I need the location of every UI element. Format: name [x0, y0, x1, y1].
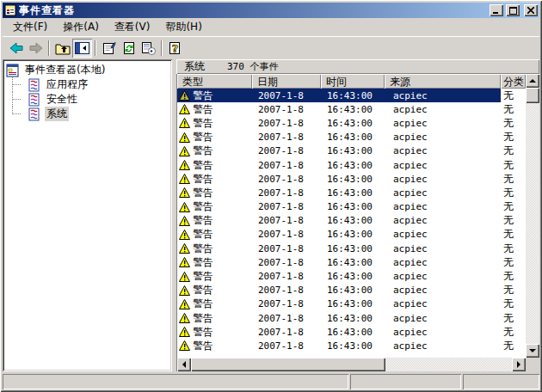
cell-type-label: 警告	[193, 228, 213, 242]
cell-category: 无	[501, 339, 526, 352]
help-button[interactable]: ?	[165, 39, 185, 58]
table-row[interactable]: 警告 2007-1-8 16:43:00 acpiec 无	[177, 297, 526, 311]
console-tree: 事件查看器(本地) 应用程序	[3, 59, 172, 371]
table-row[interactable]: 警告 2007-1-8 16:43:00 acpiec 无	[177, 200, 526, 214]
table-row[interactable]: 警告 2007-1-8 16:43:00 acpiec 无	[177, 269, 526, 283]
warning-icon	[179, 340, 190, 351]
sidebar-item-application[interactable]: 应用程序	[6, 77, 170, 92]
table-row[interactable]: 警告 2007-1-8 16:43:00 acpiec 无	[177, 325, 526, 339]
window-title: 事件查看器	[19, 3, 487, 18]
scroll-left-button[interactable]	[177, 358, 191, 371]
cell-time: 16:43:00	[321, 89, 385, 102]
cell-type: 警告	[177, 186, 252, 199]
cell-type: 警告	[177, 131, 252, 144]
table-row[interactable]: 警告 2007-1-8 16:43:00 acpiec 无	[177, 284, 526, 297]
horizontal-scroll-thumb[interactable]	[191, 358, 385, 371]
horizontal-scrollbar[interactable]	[177, 358, 526, 371]
vertical-scroll-thumb[interactable]	[526, 88, 539, 103]
column-header-type[interactable]: 类型	[177, 74, 252, 89]
sidebar-item-system[interactable]: 系统	[6, 107, 170, 121]
cell-category: 无	[501, 284, 526, 297]
menu-action[interactable]: 操作(A)	[56, 18, 106, 36]
tree-connector	[12, 107, 28, 121]
menu-view[interactable]: 查看(V)	[108, 18, 157, 36]
menu-file[interactable]: 文件(F)	[6, 18, 54, 36]
event-viewer-icon	[4, 4, 16, 16]
sidebar-item-label: 事件查看器(本地)	[23, 63, 107, 77]
cell-time: 16:43:00	[321, 116, 385, 130]
cell-category: 无	[501, 186, 526, 199]
cell-date: 2007-1-8	[252, 325, 321, 339]
export-list-button[interactable]	[139, 39, 158, 58]
table-row[interactable]: 警告 2007-1-8 16:43:00 acpiec 无	[177, 311, 526, 325]
vertical-scrollbar[interactable]	[526, 74, 539, 358]
cell-date: 2007-1-8	[252, 297, 321, 311]
sidebar-item-root[interactable]: 事件查看器(本地)	[6, 63, 170, 77]
back-button[interactable]	[6, 39, 26, 58]
titlebar[interactable]: 事件查看器	[3, 3, 539, 18]
table-row[interactable]: 警告 2007-1-8 16:43:00 acpiec 无	[177, 158, 526, 172]
cell-date: 2007-1-8	[252, 158, 321, 172]
maximize-icon	[509, 7, 517, 15]
show-hide-console-tree-button[interactable]	[72, 39, 92, 58]
cell-source: acpiec	[385, 269, 501, 283]
close-button[interactable]	[524, 4, 538, 16]
minimize-button[interactable]	[490, 4, 503, 16]
table-row[interactable]: 警告 2007-1-8 16:43:00 acpiec 无	[177, 89, 526, 102]
console-root-icon	[6, 64, 20, 77]
scroll-down-button[interactable]	[526, 344, 539, 358]
warning-icon	[179, 90, 190, 101]
column-header-date[interactable]: 日期	[252, 74, 321, 89]
menu-help[interactable]: 帮助(H)	[158, 18, 208, 36]
cell-date: 2007-1-8	[252, 144, 321, 158]
cell-type: 警告	[177, 116, 252, 130]
column-header-category[interactable]: 分类	[501, 74, 526, 89]
up-folder-icon	[55, 42, 71, 55]
cell-source: acpiec	[385, 158, 501, 172]
cell-category: 无	[501, 102, 526, 116]
cell-time: 16:43:00	[321, 214, 385, 228]
table-row[interactable]: 警告 2007-1-8 16:43:00 acpiec 无	[177, 186, 526, 199]
cell-source: acpiec	[385, 311, 501, 325]
cell-date: 2007-1-8	[252, 186, 321, 199]
refresh-button[interactable]	[119, 39, 139, 58]
cell-category: 无	[501, 297, 526, 311]
sidebar-item-security[interactable]: 安全性	[6, 92, 170, 107]
warning-icon	[179, 285, 190, 296]
table-row[interactable]: 警告 2007-1-8 16:43:00 acpiec 无	[177, 228, 526, 242]
table-row[interactable]: 警告 2007-1-8 16:43:00 acpiec 无	[177, 131, 526, 144]
table-row[interactable]: 警告 2007-1-8 16:43:00 acpiec 无	[177, 144, 526, 158]
column-header-source[interactable]: 来源	[385, 74, 501, 89]
forward-button	[26, 39, 46, 58]
table-row[interactable]: 警告 2007-1-8 16:43:00 acpiec 无	[177, 102, 526, 116]
cell-time: 16:43:00	[321, 200, 385, 214]
table-row[interactable]: 警告 2007-1-8 16:43:00 acpiec 无	[177, 255, 526, 269]
warning-icon	[179, 104, 190, 114]
scroll-up-button[interactable]	[526, 74, 539, 88]
up-level-button[interactable]	[52, 39, 72, 58]
warning-icon	[179, 313, 190, 323]
cell-type: 警告	[177, 102, 252, 116]
cell-date: 2007-1-8	[252, 89, 321, 102]
menubar: 文件(F) 操作(A) 查看(V) 帮助(H)	[3, 18, 539, 36]
event-rows: 警告 2007-1-8 16:43:00 acpiec 无 警告 2007-1-…	[177, 89, 526, 353]
scroll-right-button[interactable]	[512, 358, 526, 371]
cell-type: 警告	[177, 339, 252, 352]
cell-type-label: 警告	[193, 116, 213, 130]
cell-time: 16:43:00	[321, 102, 385, 116]
maximize-button[interactable]	[506, 4, 520, 16]
cell-date: 2007-1-8	[252, 339, 321, 352]
cell-date: 2007-1-8	[252, 242, 321, 255]
properties-button[interactable]	[99, 39, 119, 58]
cell-time: 16:43:00	[321, 131, 385, 144]
table-row[interactable]: 警告 2007-1-8 16:43:00 acpiec 无	[177, 172, 526, 186]
table-row[interactable]: 警告 2007-1-8 16:43:00 acpiec 无	[177, 214, 526, 228]
cell-type: 警告	[177, 255, 252, 269]
table-row[interactable]: 警告 2007-1-8 16:43:00 acpiec 无	[177, 116, 526, 130]
toolbar-separator	[48, 40, 50, 56]
column-header-time[interactable]: 时间	[321, 74, 385, 89]
table-row[interactable]: 警告 2007-1-8 16:43:00 acpiec 无	[177, 242, 526, 255]
triangle-up-icon	[529, 79, 536, 83]
table-row[interactable]: 警告 2007-1-8 16:43:00 acpiec 无	[177, 339, 526, 352]
cell-type: 警告	[177, 158, 252, 172]
